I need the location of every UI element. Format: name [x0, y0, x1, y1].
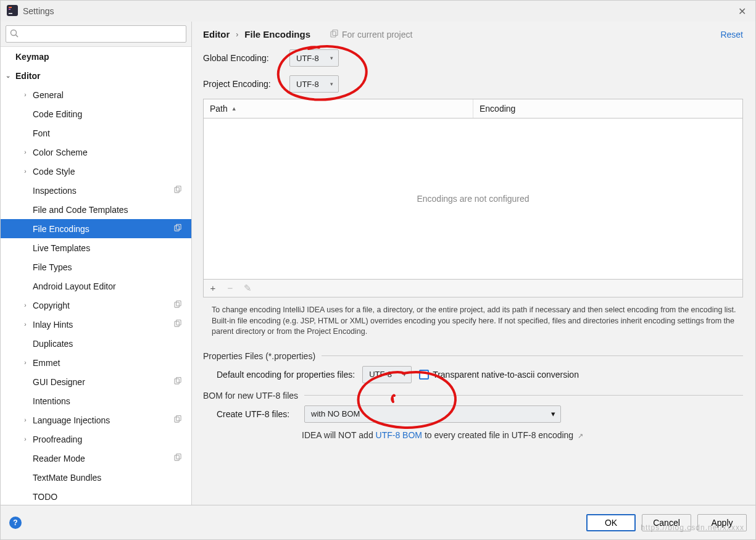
svg-rect-3 — [9, 13, 12, 14]
chevron-right-icon: › — [22, 321, 29, 328]
utf8-bom-link[interactable]: UTF-8 BOM — [376, 430, 422, 440]
sidebar-item-label: Code Style — [33, 167, 75, 177]
sidebar-item-language-injections[interactable]: ›Language Injections — [1, 410, 191, 430]
sidebar-item-copyright[interactable]: ›Copyright — [1, 296, 191, 315]
sidebar-item-code-editing[interactable]: Code Editing — [1, 104, 191, 123]
column-path[interactable]: Path ▲ — [204, 99, 473, 118]
section-bom: BOM for new UTF-8 files — [203, 391, 743, 401]
column-encoding[interactable]: Encoding — [473, 99, 742, 118]
sidebar-item-color-scheme[interactable]: ›Color Scheme — [1, 143, 191, 162]
sidebar-item-editor[interactable]: ⌄Editor — [1, 66, 191, 85]
sidebar-item-code-style[interactable]: ›Code Style — [1, 162, 191, 181]
button-bar: ? OK Cancel Apply — [1, 505, 755, 539]
chevron-right-icon: › — [22, 168, 29, 175]
sidebar-item-emmet[interactable]: ›Emmet — [1, 353, 191, 372]
sidebar-item-label: Editor — [15, 71, 40, 81]
project-encoding-combo[interactable]: UTF-8 ▾ — [289, 75, 339, 93]
sidebar-item-keymap[interactable]: Keymap — [1, 47, 191, 66]
svg-rect-14 — [175, 379, 179, 384]
sidebar: Keymap⌄Editor›GeneralCode EditingFont›Co… — [1, 22, 192, 505]
window-title: Settings — [23, 6, 54, 16]
svg-rect-7 — [177, 186, 181, 191]
sidebar-item-inspections[interactable]: Inspections — [1, 181, 191, 200]
sidebar-item-file-types[interactable]: File Types — [1, 257, 191, 276]
svg-rect-21 — [333, 30, 338, 35]
main-panel: Editor › File Encodings For current proj… — [192, 22, 755, 505]
sidebar-item-textmate-bundles[interactable]: TextMate Bundles — [1, 468, 191, 487]
breadcrumb: Editor › File Encodings For current proj… — [203, 29, 743, 39]
chevron-down-icon: ⌄ — [4, 72, 12, 79]
sidebar-item-font[interactable]: Font — [1, 123, 191, 143]
search-input[interactable] — [21, 28, 182, 39]
properties-encoding-combo[interactable]: UTF-8 ▾ — [362, 366, 412, 383]
properties-encoding-label: Default encoding for properties files: — [217, 370, 355, 380]
sidebar-item-gui-designer[interactable]: GUI Designer — [1, 372, 191, 391]
sidebar-item-label: File and Code Templates — [33, 205, 128, 215]
sidebar-item-file-encodings[interactable]: File Encodings — [1, 219, 191, 238]
sidebar-item-label: GUI Designer — [33, 377, 85, 387]
help-button[interactable]: ? — [9, 517, 22, 529]
svg-rect-12 — [175, 322, 179, 326]
sidebar-item-label: Emmet — [33, 358, 60, 368]
close-icon[interactable]: ✕ — [734, 6, 749, 17]
reset-link[interactable]: Reset — [720, 30, 743, 39]
transparent-conversion-checkbox[interactable]: Transparent native-to-ascii conversion — [419, 370, 579, 380]
chevron-right-icon: › — [22, 149, 29, 156]
apply-button[interactable]: Apply — [697, 514, 747, 531]
sidebar-item-inlay-hints[interactable]: ›Inlay Hints — [1, 315, 191, 334]
svg-rect-19 — [177, 454, 181, 459]
sidebar-item-todo[interactable]: TODO — [1, 487, 191, 505]
copy-icon — [174, 301, 181, 310]
remove-button[interactable]: − — [226, 283, 235, 294]
cancel-button[interactable]: Cancel — [642, 514, 691, 531]
copy-icon — [174, 454, 181, 463]
breadcrumb-editor[interactable]: Editor — [203, 29, 230, 39]
search-box[interactable] — [6, 25, 186, 43]
add-button[interactable]: + — [209, 283, 217, 294]
sidebar-item-label: General — [33, 90, 64, 100]
sidebar-item-general[interactable]: ›General — [1, 85, 191, 104]
svg-rect-13 — [177, 320, 181, 325]
checkbox-box — [419, 370, 429, 380]
sidebar-item-label: Code Editing — [33, 109, 82, 119]
sidebar-item-label: Language Injections — [33, 415, 110, 425]
copy-icon — [174, 377, 181, 386]
table-empty: Encodings are not configured — [204, 118, 742, 279]
sidebar-item-file-and-code-templates[interactable]: File and Code Templates — [1, 200, 191, 219]
scope-label: For current project — [330, 30, 412, 39]
sidebar-item-label: Proofreading — [33, 434, 82, 444]
ok-button[interactable]: OK — [586, 514, 636, 531]
global-encoding-combo[interactable]: UTF-8 ▾ — [289, 49, 339, 67]
chevron-right-icon: › — [22, 302, 29, 309]
sidebar-item-proofreading[interactable]: ›Proofreading — [1, 430, 191, 449]
sidebar-item-reader-mode[interactable]: Reader Mode — [1, 449, 191, 468]
encodings-table: Path ▲ Encoding Encodings are not config… — [203, 99, 743, 297]
copy-icon — [330, 30, 338, 39]
search-wrap — [1, 22, 191, 47]
chevron-right-icon: › — [22, 91, 29, 98]
external-link-icon: ↗ — [578, 432, 583, 439]
svg-line-5 — [16, 35, 19, 37]
settings-tree[interactable]: Keymap⌄Editor›GeneralCode EditingFont›Co… — [1, 47, 191, 505]
svg-rect-0 — [7, 5, 18, 16]
table-toolbar: + − ✎ — [204, 279, 742, 297]
chevron-down-icon: ▾ — [330, 55, 333, 61]
app-icon — [7, 5, 18, 18]
sidebar-item-intentions[interactable]: Intentions — [1, 391, 191, 410]
edit-button[interactable]: ✎ — [243, 283, 252, 294]
svg-rect-9 — [177, 224, 181, 229]
sidebar-item-label: Font — [33, 128, 50, 138]
chevron-right-icon: › — [22, 359, 29, 366]
chevron-down-icon: ▾ — [330, 81, 333, 87]
create-utf8-label: Create UTF-8 files: — [217, 409, 297, 419]
svg-rect-11 — [177, 301, 181, 305]
project-encoding-label: Project Encoding: — [203, 79, 283, 89]
search-icon — [10, 29, 19, 39]
sidebar-item-label: Live Templates — [33, 243, 90, 253]
sidebar-item-live-templates[interactable]: Live Templates — [1, 238, 191, 257]
sidebar-item-label: Reader Mode — [33, 454, 85, 463]
sidebar-item-label: Color Scheme — [33, 147, 88, 157]
sidebar-item-duplicates[interactable]: Duplicates — [1, 334, 191, 353]
sidebar-item-android-layout-editor[interactable]: Android Layout Editor — [1, 276, 191, 296]
create-utf8-combo[interactable]: with NO BOM ▾ — [304, 405, 561, 423]
